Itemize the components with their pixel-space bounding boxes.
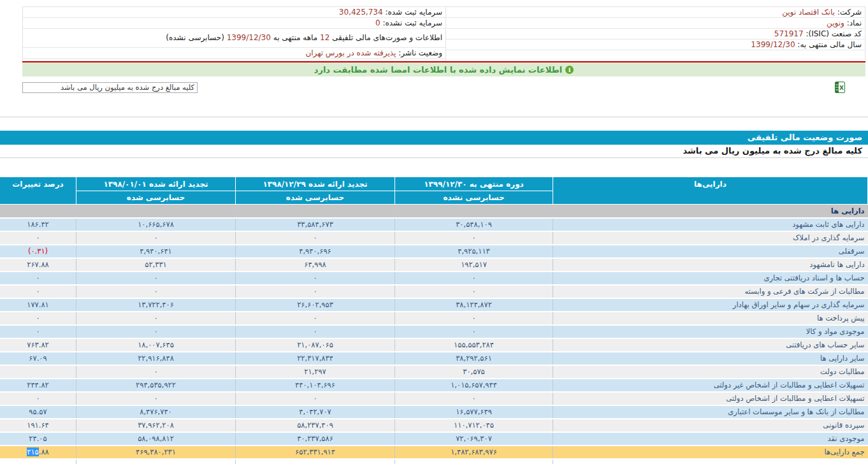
pct-change-cell: ۲۶۷.۸۸ [0, 258, 76, 272]
table-row: سرمایه گذاری در املاک ۰ ۰ ۰ ۰ [0, 231, 868, 245]
empty-cell [76, 205, 236, 218]
total-label-cell: جمع دارایی‌ها [553, 446, 868, 459]
partial-next-row [0, 459, 868, 464]
excel-export-icon[interactable]: X [835, 82, 845, 93]
company-info-left-column: سرمایه ثبت شده: 30,425,734 سرمایه ثبت نش… [23, 7, 445, 61]
table-row: مطالبات از بانک ها و سایر موسسات اعتباری… [0, 405, 868, 419]
total-value-restated-1398-12-cell: ۶۵۲,۳۳۱,۹۱۴ [236, 446, 395, 459]
value-restated-1398-12-cell: ۳۳,۵۸۴,۶۷۳ [236, 218, 395, 231]
pct-change-cell: ۰ [0, 325, 76, 338]
info-filler [446, 50, 865, 61]
asset-label-cell: سایر حساب های دریافتنی [553, 338, 868, 352]
pct-rest: .۸۸ [39, 447, 49, 456]
symbol-value: ونوین [827, 18, 844, 27]
section-title-cell: دارایی ها [553, 205, 868, 218]
table-row: تسهیلات اعطایی و مطالبات از اشخاص دولتی … [0, 392, 868, 405]
value-restated-1398-01-cell: ۵۲,۳۳۱ [76, 258, 236, 272]
value-restated-1398-12-cell: ۴۰,۲۳۷,۵۸۶ [236, 432, 395, 446]
asset-label-cell: موجودی مواد و کالا [553, 325, 868, 338]
statement-period-post: (حسابرسی نشده) [166, 33, 224, 42]
isic-row: کد صنعت (ISIC): 571917 [446, 29, 865, 40]
asset-label-cell: سایر دارایی ها [553, 352, 868, 365]
asset-label-cell: مطالبات دولت [553, 365, 868, 379]
pct-change-cell: ۶۷.۰۹ [0, 352, 76, 365]
asset-label-cell: دارایی های ثابت مشهود [553, 218, 868, 231]
empty-cell [0, 205, 76, 218]
assets-table: دارایی‌ها دوره منتهی به ۱۳۹۹/۱۲/۳۰ تجدید… [0, 177, 868, 464]
value-current-cell: ۰ [395, 231, 553, 245]
pct-change-cell: ۰ [0, 312, 76, 325]
value-restated-1398-12-cell: ۰ [236, 285, 395, 298]
pct-change-cell: ۰ [0, 272, 76, 285]
value-restated-1398-12-cell: ۶۴,۹۹۸ [236, 258, 395, 272]
issuer-status-label: وضعیت ناشر: [398, 48, 442, 57]
asset-label-cell: مطالبات از شرکت های فرعی و وابسته [553, 285, 868, 298]
statement-period-pre: اطلاعات و صورت‌های مالی تلفیقی [332, 33, 442, 42]
value-restated-1398-12-cell: ۰ [236, 325, 395, 338]
table-row: دارایی های ثابت مشهود ۳۰,۵۴۸,۱۰۹ ۳۳,۵۸۴,… [0, 218, 868, 231]
asset-label-cell: پیش پرداخت ها [553, 312, 868, 325]
pct-change-cell: ۰ [0, 285, 76, 298]
table-row: مطالبات دولت ۳۰,۵۷۵ ۲۱,۲۹۷ ۰ [0, 365, 868, 379]
pct-change-cell: ۱۸۶.۴۲ [0, 218, 76, 231]
value-restated-1398-12-cell: ۰ [236, 231, 395, 245]
units-box: کلیه مبالغ درج شده به میلیون ریال می باش… [22, 82, 198, 93]
table-row: حساب ها و اسناد دریافتنی تجاری ۰ ۰ ۰ ۰ [0, 272, 868, 285]
pct-change-cell: ۷۶۳.۸۲ [0, 338, 76, 352]
table-row: مطالبات از شرکت های فرعی و وابسته ۰ ۰ ۰ … [0, 285, 868, 298]
value-restated-1398-12-cell: ۲۲,۳۱۷,۸۳۴ [236, 352, 395, 365]
pct-change-cell: (۰.۳۱) [0, 245, 76, 258]
pct-change-cell: ۲۴.۰۵ [0, 432, 76, 446]
value-current-cell: ۰ [395, 272, 553, 285]
table-row: موجودی مواد و کالا ۰ ۰ ۰ ۰ [0, 325, 868, 338]
total-assets-row: جمع دارایی‌ها ۱,۴۸۲,۶۸۳,۹۷۶ ۶۵۲,۳۳۱,۹۱۴ … [0, 446, 868, 459]
value-restated-1398-01-cell: ۰ [76, 325, 236, 338]
value-restated-1398-01-cell: ۰ [76, 285, 236, 298]
table-row: پیش پرداخت ها ۰ ۰ ۰ ۰ [0, 312, 868, 325]
total-pct-change-cell: ۲۱۵.۸۸ [0, 446, 76, 459]
pct-change-cell: ۱۹۱.۶۴ [0, 419, 76, 432]
svg-text:X: X [839, 85, 844, 91]
codal-statement-page: { "meta": { "right_rows": [ { "label": "… [0, 0, 868, 464]
statement-title-bar: صورت وضعیت مالی تلفیقی [0, 131, 868, 145]
company-label: شرکت: [837, 8, 862, 17]
value-current-cell: ۴,۹۲۵,۱۱۳ [395, 245, 553, 258]
value-restated-1398-01-cell: ۱۳,۷۲۲,۴۰۶ [76, 298, 236, 312]
value-restated-1398-01-cell: ۳۷,۹۶۲,۲۰۸ [76, 419, 236, 432]
value-current-cell: ۳۸,۲۹۲,۵۶۱ [395, 352, 553, 365]
value-current-cell: ۰ [395, 285, 553, 298]
asset-label-cell: سرمایه گذاری در سهام و سایر اوراق بهادار [553, 298, 868, 312]
value-restated-1398-01-cell: ۴,۹۴۰,۶۴۱ [76, 245, 236, 258]
statement-units-note: کلیه مبالغ درج شده به میلیون ریال می باش… [0, 145, 868, 158]
empty-cell [395, 205, 553, 218]
table-row: تسهیلات اعطایی و مطالبات از اشخاص غیر دو… [0, 379, 868, 392]
asset-label-cell: سرقفلی [553, 245, 868, 258]
asset-label-cell: مطالبات از بانک ها و سایر موسسات اعتباری [553, 405, 868, 419]
issuer-status-row: وضعیت ناشر: پذیرفته شده در بورس تهران [23, 48, 445, 59]
asset-label-cell: تسهیلات اعطایی و مطالبات از اشخاص غیر دو… [553, 379, 868, 392]
total-value-current-cell: ۱,۴۸۲,۶۸۳,۹۷۶ [395, 446, 553, 459]
statement-period-date: 1399/12/30 [227, 33, 271, 42]
pct-change-cell: ۱۷۷.۸۱ [0, 298, 76, 312]
value-restated-1398-12-cell: ۴۴۰,۱۰۴,۶۹۶ [236, 379, 395, 392]
value-restated-1398-01-cell: ۱۰,۶۶۵,۶۷۸ [76, 218, 236, 231]
col-header-restated-1398-12-29: تجدید ارائه شده ۱۳۹۸/۱۲/۲۹ [236, 177, 395, 191]
value-restated-1398-12-cell: ۰ [236, 392, 395, 405]
value-current-cell: ۰ [395, 392, 553, 405]
value-current-cell: ۰ [395, 312, 553, 325]
selected-text: ۲۱۵ [27, 447, 39, 456]
company-value: بانک اقتصاد نوین [782, 8, 835, 17]
value-restated-1398-12-cell: ۴,۰۴۲,۷۰۷ [236, 405, 395, 419]
value-restated-1398-12-cell: ۵۸,۲۳۷,۴۰۹ [236, 419, 395, 432]
value-restated-1398-01-cell: ۸,۴۷۶,۷۴۰ [76, 405, 236, 419]
value-restated-1398-12-cell: ۴,۹۴۰,۶۹۶ [236, 245, 395, 258]
isic-value: 571917 [774, 29, 804, 38]
value-restated-1398-12-cell: ۲۶,۶۰۲,۹۵۳ [236, 298, 395, 312]
table-row: دارایی ها نامشهود ۱۹۲,۵۱۷ ۶۴,۹۹۸ ۵۲,۳۳۱ … [0, 258, 868, 272]
signed-data-notice: i اطلاعات نمایش داده شده با اطلاعات امضا… [22, 62, 865, 76]
info-icon: i [565, 66, 574, 74]
company-row: شرکت: بانک اقتصاد نوین [446, 7, 865, 18]
section-divider [0, 117, 868, 117]
subheader-audited-1: حسابرسی شده [236, 191, 395, 205]
symbol-row: نماد: ونوین [446, 18, 865, 29]
